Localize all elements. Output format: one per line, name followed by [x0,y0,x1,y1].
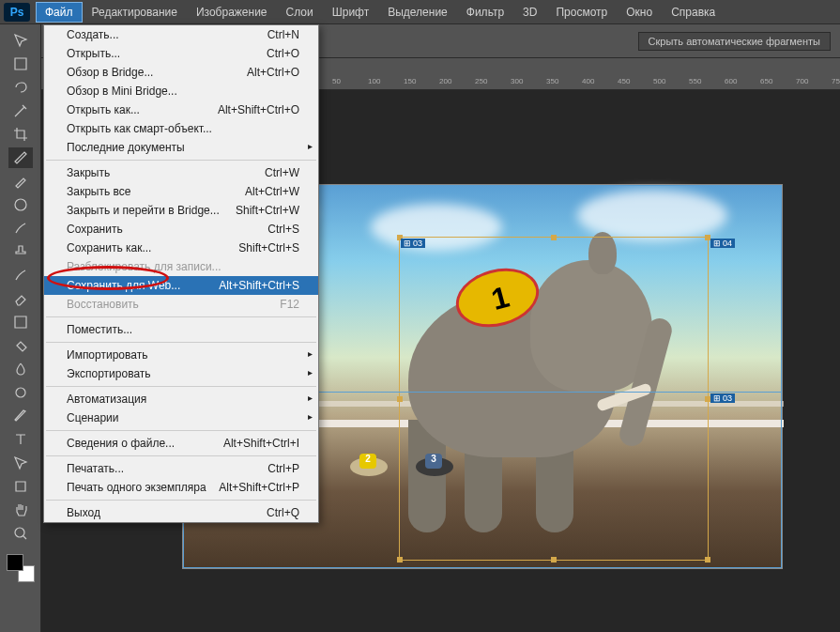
tool-marquee[interactable] [8,54,33,74]
menu-item-поместить-[interactable]: Поместить... [44,320,318,339]
menu-справка[interactable]: Справка [662,2,725,23]
menu-окно[interactable]: Окно [617,2,662,23]
tool-dodge[interactable] [8,382,33,403]
menu-слои[interactable]: Слои [277,2,323,23]
hide-auto-slices-button[interactable]: Скрыть автоматические фрагменты [638,32,831,51]
menu-item-разблокировать-для-записи-: Разблокировать для записи... [44,257,318,276]
tool-slice[interactable] [8,147,33,168]
file-menu-dropdown[interactable]: Создать...Ctrl+NОткрыть...Ctrl+OОбзор в … [43,24,319,523]
tool-brush[interactable] [8,218,33,239]
menu-item-печатать-[interactable]: Печатать...Ctrl+P [44,459,318,478]
menu-item-импортировать[interactable]: Импортировать [44,346,318,364]
menu-item-выход[interactable]: ВыходCtrl+Q [44,503,318,522]
menu-item-открыть-как-смарт-объект-[interactable]: Открыть как смарт-объект... [44,119,318,138]
menu-изображение[interactable]: Изображение [187,2,277,23]
menu-item-закрыть-все[interactable]: Закрыть всеAlt+Ctrl+W [44,182,318,201]
tool-gradient[interactable] [8,312,33,332]
menu-item-восстановить: ВосстановитьF12 [44,295,318,314]
menu-просмотр[interactable]: Просмотр [546,2,617,23]
menu-item-экспортировать[interactable]: Экспортировать [44,364,318,383]
menu-item-закрыть-и-перейти-в-bridge-[interactable]: Закрыть и перейти в Bridge...Shift+Ctrl+… [44,201,318,220]
tool-bucket[interactable] [8,335,33,356]
tools-panel [0,24,41,632]
tool-spot[interactable] [8,194,33,215]
menu-редактирование[interactable]: Редактирование [83,2,187,23]
menu-шрифт[interactable]: Шрифт [323,2,378,23]
tool-blur[interactable] [8,359,33,379]
tool-pen[interactable] [8,406,33,426]
menu-item-автоматизация[interactable]: Автоматизация [44,390,318,408]
menu-item-открыть-как-[interactable]: Открыть как...Alt+Shift+Ctrl+O [44,100,318,119]
menubar: Ps ФайлРедактированиеИзображениеСлоиШриф… [0,0,840,24]
menu-выделение[interactable]: Выделение [378,2,457,23]
menu-файл[interactable]: Файл [36,2,83,23]
menu-фильтр[interactable]: Фильтр [457,2,513,23]
tool-lasso[interactable] [8,77,33,98]
tool-wand[interactable] [8,100,33,121]
tool-stamp[interactable] [8,241,33,262]
slice-badge-inner[interactable]: ⊞03 [710,393,735,403]
menu-item-сохранить[interactable]: СохранитьCtrl+S [44,220,318,239]
menu-3d[interactable]: 3D [513,2,546,23]
menu-item-сведения-о-файле-[interactable]: Сведения о файле...Alt+Shift+Ctrl+I [44,434,318,453]
menu-item-закрыть[interactable]: ЗакрытьCtrl+W [44,163,318,182]
color-swatches[interactable] [7,554,35,582]
menu-item-последние-документы[interactable]: Последние документы [44,138,318,157]
menu-item-открыть-[interactable]: Открыть...Ctrl+O [44,44,318,63]
slice-badge-main[interactable]: ⊞03 [401,239,425,248]
tool-type[interactable] [8,429,33,450]
ps-logo: Ps [4,3,30,22]
menu-item-обзор-в-mini-bridge-[interactable]: Обзор в Mini Bridge... [44,82,318,100]
tool-hand[interactable] [8,500,33,520]
menu-item-печать-одного-экземпляра[interactable]: Печать одного экземпляраAlt+Shift+Ctrl+P [44,478,318,497]
tool-eyedropper[interactable] [8,171,33,192]
tool-rect[interactable] [8,476,33,497]
tool-crop[interactable] [8,124,33,145]
tool-zoom[interactable] [8,523,33,544]
menu-item-сценарии[interactable]: Сценарии [44,408,318,427]
tool-eraser[interactable] [8,288,33,309]
menu-item-сохранить-как-[interactable]: Сохранить как...Shift+Ctrl+S [44,239,318,257]
menu-item-сохранить-для-web-[interactable]: Сохранить для Web...Alt+Shift+Ctrl+S [44,276,318,295]
tool-history[interactable] [8,265,33,285]
slice-main[interactable] [399,237,709,561]
tool-path[interactable] [8,453,33,473]
tool-move[interactable] [8,30,33,51]
menu-item-создать-[interactable]: Создать...Ctrl+N [44,25,318,44]
slice-badge-right[interactable]: ⊞04 [710,239,735,248]
menu-item-обзор-в-bridge-[interactable]: Обзор в Bridge...Alt+Ctrl+O [44,63,318,82]
